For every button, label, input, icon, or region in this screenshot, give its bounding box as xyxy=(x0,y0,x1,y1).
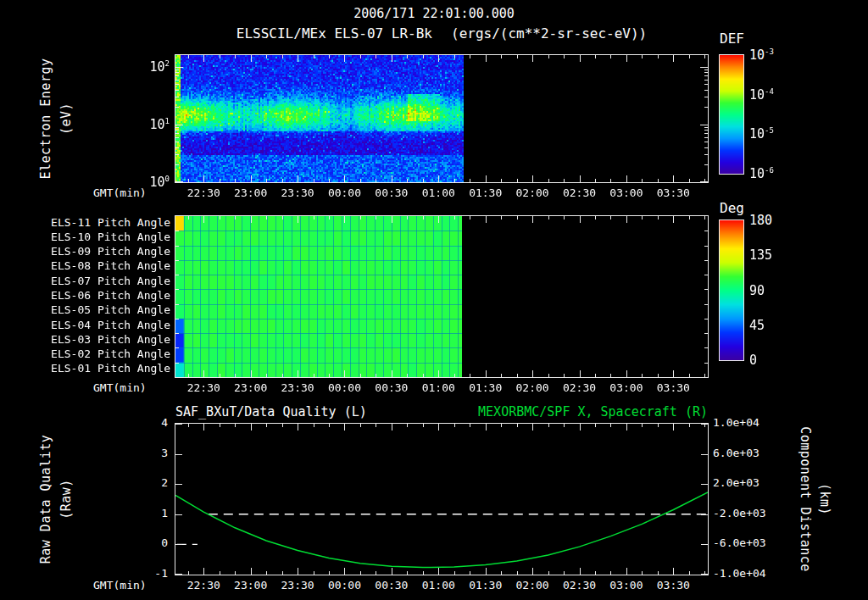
x-tick-label: 00:30 xyxy=(366,382,417,395)
quality-tick-label: 1 xyxy=(132,508,168,520)
pitch-row-label: ELS-06 Pitch Angle xyxy=(34,290,170,303)
x-tick-label: 02:30 xyxy=(554,187,605,200)
pitch-row-label: ELS-07 Pitch Angle xyxy=(34,275,170,288)
x-tick-label: 03:30 xyxy=(648,382,698,395)
def-tick-label: 10-3 xyxy=(749,47,774,63)
x-tick-label: 03:00 xyxy=(601,382,652,395)
def-tick-label: 10-4 xyxy=(749,87,774,103)
deg-tick-label: 135 xyxy=(749,248,772,263)
axis-ticks xyxy=(175,55,708,182)
x-tick-label: 01:30 xyxy=(460,187,511,200)
distance-tick-label: -1.0e+04 xyxy=(713,568,766,581)
x-tick-label: 00:00 xyxy=(319,382,370,395)
x-tick-label: 01:00 xyxy=(413,187,464,200)
x-tick-label: 02:00 xyxy=(507,580,558,592)
deg-tick-label: 45 xyxy=(749,319,765,333)
spectrogram-title: ELSSCIL/MEx ELS-07 LR-Bk(ergs/(cm**2-sr-… xyxy=(175,25,709,42)
x-tick-label: 02:00 xyxy=(507,382,558,395)
x-tick-label: 01:00 xyxy=(413,580,464,592)
pitch-row-label: ELS-10 Pitch Angle xyxy=(34,231,170,244)
distance-tick-label: 2.0e+03 xyxy=(713,477,760,490)
x-tick-label: 00:30 xyxy=(366,580,417,592)
def-colorbar xyxy=(719,54,744,175)
x-tick-label: 03:30 xyxy=(648,580,698,592)
quality-tick-label: 0 xyxy=(132,537,168,550)
distance-tick-label: -6.0e+03 xyxy=(713,537,766,550)
axis-ticks xyxy=(175,216,708,377)
quality-tick-label: 3 xyxy=(132,447,168,460)
x-tick-label: 01:00 xyxy=(413,382,464,395)
x-tick-label: 03:00 xyxy=(601,580,652,592)
x-tick-label: 23:00 xyxy=(225,187,276,200)
def-tick-label: 10-5 xyxy=(749,126,774,142)
quality-tick-label: 2 xyxy=(132,477,168,490)
def-colorbar-title: DEF xyxy=(720,31,744,47)
distance-ylabel-units: (km) xyxy=(817,483,832,515)
spectrogram-title-text: ELSSCIL/MEx ELS-07 LR-Bk xyxy=(236,25,432,42)
deg-colorbar xyxy=(719,219,744,361)
deg-tick-label: 90 xyxy=(749,284,765,298)
orbit-title: MEXORBMC/SPF X, Spacecraft (R) xyxy=(369,404,708,419)
pitch-row-label: ELS-11 Pitch Angle xyxy=(34,217,170,230)
pitch-row-label: ELS-04 Pitch Angle xyxy=(34,319,170,332)
def-tick-label: 10-6 xyxy=(749,166,774,181)
axis-ticks xyxy=(175,424,708,575)
energy-tick-label: 101 xyxy=(129,117,170,132)
x-tick-label: 23:00 xyxy=(225,382,276,395)
distance-tick-label: -2.0e+03 xyxy=(713,508,766,520)
quality-tick-label: 4 xyxy=(132,417,168,430)
x-tick-label: 22:30 xyxy=(178,382,229,395)
quality-title: SAF_BXuT/Data Quality (L) xyxy=(175,404,367,419)
quality-tick-label: -1 xyxy=(132,568,168,581)
distance-tick-label: 6.0e+03 xyxy=(713,447,760,460)
x-tick-label: 02:30 xyxy=(554,580,605,592)
distance-tick-label: 1.0e+04 xyxy=(713,417,760,430)
pitch-row-label: ELS-05 Pitch Angle xyxy=(34,304,170,317)
pitch-row-label: ELS-02 Pitch Angle xyxy=(34,348,170,361)
x-tick-label: 02:00 xyxy=(507,187,558,200)
x-tick-label: 03:00 xyxy=(601,187,652,200)
energy-tick-label: 100 xyxy=(129,175,170,190)
pitch-row-label: ELS-01 Pitch Angle xyxy=(34,363,170,375)
deg-tick-label: 180 xyxy=(749,214,772,228)
x-tick-label: 23:30 xyxy=(272,382,323,395)
deg-tick-label: 0 xyxy=(749,353,757,368)
x-tick-label: 23:30 xyxy=(272,580,323,592)
quality-distance-panel xyxy=(175,423,709,575)
x-tick-label: 03:30 xyxy=(648,187,698,200)
x-tick-label: 00:00 xyxy=(319,580,370,592)
pitch-angle-panel xyxy=(175,215,709,378)
deg-colorbar-title: Deg xyxy=(720,200,744,216)
x-tick-label: 01:30 xyxy=(460,382,511,395)
main-title: 2006/171 22:01:00.000 xyxy=(0,6,868,21)
gmt-axis-label: GMT(min) xyxy=(93,580,147,592)
spectrogram-units-label: (ergs/(cm**2-sr-sec-eV)) xyxy=(451,25,647,42)
quality-ylabel-units: (Raw) xyxy=(58,479,74,519)
x-tick-label: 23:30 xyxy=(272,187,323,200)
x-tick-label: 02:30 xyxy=(554,382,605,395)
plot-window: 2006/171 22:01:00.000 ELSSCIL/MEx ELS-07… xyxy=(0,0,868,600)
spectrogram-ylabel: Electron Energy xyxy=(38,58,53,180)
x-tick-label: 22:30 xyxy=(178,187,229,200)
gmt-axis-label: GMT(min) xyxy=(93,382,147,395)
x-tick-label: 00:00 xyxy=(319,187,370,200)
x-tick-label: 00:30 xyxy=(366,187,417,200)
energy-tick-label: 102 xyxy=(129,59,170,75)
spectrogram-panel xyxy=(175,54,709,183)
pitch-row-label: ELS-09 Pitch Angle xyxy=(34,246,170,258)
pitch-row-label: ELS-03 Pitch Angle xyxy=(34,334,170,347)
x-tick-label: 23:00 xyxy=(225,580,276,592)
pitch-row-label: ELS-08 Pitch Angle xyxy=(34,260,170,273)
x-tick-label: 22:30 xyxy=(178,580,229,592)
quality-ylabel: Raw Data Quality xyxy=(38,435,53,564)
distance-ylabel: Component Distance xyxy=(798,426,813,572)
x-tick-label: 01:30 xyxy=(460,580,511,592)
spectrogram-ylabel-units: (eV) xyxy=(58,103,74,135)
